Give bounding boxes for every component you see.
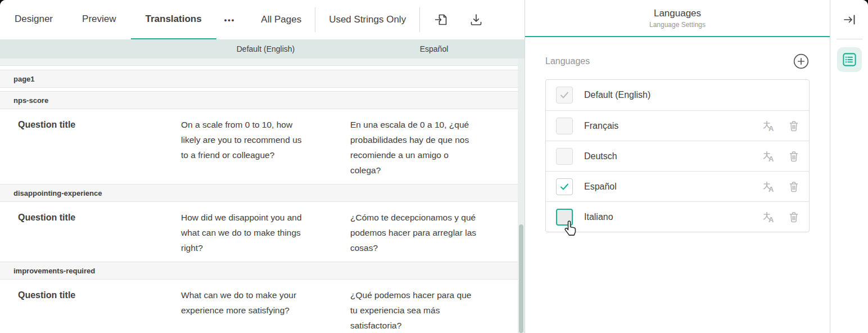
- language-row-actions: A: [763, 150, 800, 163]
- language-name-label: Deutsch: [584, 151, 763, 161]
- spanish-column-header: Español: [350, 44, 518, 53]
- group-header-row: page1: [0, 70, 518, 88]
- trash-icon: [788, 150, 799, 163]
- tab-preview[interactable]: Preview: [67, 0, 130, 39]
- group-header-row: nps-score: [0, 91, 518, 109]
- language-checkbox[interactable]: [556, 148, 573, 165]
- more-tabs-button[interactable]: •••: [216, 0, 243, 39]
- machine-translate-button[interactable]: A: [763, 211, 775, 223]
- group-name: improvements-required: [13, 267, 95, 275]
- import-icon: [434, 12, 449, 27]
- string-name-label: Question title: [0, 210, 181, 255]
- survey-creator-window: Designer Preview Translations ••• All Pa…: [0, 0, 868, 333]
- tab-bar: Designer Preview Translations ••• All Pa…: [0, 0, 525, 39]
- language-list-item: Español A: [546, 171, 809, 201]
- machine-translate-button[interactable]: A: [763, 150, 775, 163]
- panel-title: Languages: [654, 8, 701, 19]
- language-row-actions: A: [763, 120, 800, 132]
- add-language-button[interactable]: [793, 53, 810, 70]
- language-row-actions: A: [763, 211, 800, 223]
- languages-section-label: Languages: [545, 56, 590, 66]
- languages-panel: Languages Language Settings Languages: [525, 0, 830, 333]
- language-row-actions: A: [763, 181, 800, 193]
- language-name-label: Français: [584, 121, 763, 131]
- used-strings-dropdown[interactable]: Used Strings Only: [315, 0, 419, 39]
- string-name-label: Question title: [0, 287, 181, 333]
- delete-language-button[interactable]: [788, 211, 800, 223]
- spanish-translation-cell[interactable]: ¿Qué podemos hacer para que tu experienc…: [350, 287, 478, 333]
- tab-translations[interactable]: Translations: [131, 0, 216, 39]
- trash-icon: [788, 211, 799, 223]
- translation-table: Default (English) Español page1 nps-scor…: [0, 39, 525, 333]
- translation-row: Question title How did we disappoint you…: [0, 202, 518, 262]
- translation-io-toolbar: [429, 0, 489, 39]
- check-icon: [559, 181, 570, 192]
- default-language-column-header: Default (English): [181, 44, 350, 53]
- language-list-item: Italiano A: [546, 201, 809, 232]
- language-list-item: Default (English): [546, 80, 809, 110]
- scrollbar-thumb[interactable]: [519, 224, 523, 333]
- svg-text:A: A: [768, 124, 774, 132]
- toolbar-divider: [419, 7, 420, 32]
- collapse-panel-button[interactable]: [837, 7, 862, 32]
- panel-header: Languages Language Settings: [525, 0, 830, 37]
- panel-body: Languages Default (English): [525, 37, 830, 333]
- delete-language-button[interactable]: [788, 181, 800, 193]
- language-checkbox[interactable]: [556, 118, 573, 134]
- translation-row: Question title What can we do to make yo…: [0, 280, 518, 333]
- trash-icon: [788, 181, 799, 193]
- svg-text:A: A: [768, 155, 774, 163]
- details-list-icon: [842, 52, 857, 67]
- side-toolbar: [830, 0, 868, 333]
- delete-language-button[interactable]: [788, 120, 800, 132]
- svg-text:A: A: [768, 185, 774, 193]
- translation-row: Question title On a scale from 0 to 10, …: [0, 109, 518, 184]
- language-list-item: Deutsch A: [546, 141, 809, 171]
- plus-circle-icon: [793, 53, 809, 69]
- survey-group-strip: [0, 58, 518, 66]
- tab-designer[interactable]: Designer: [0, 0, 67, 39]
- ellipsis-icon: •••: [224, 16, 236, 24]
- languages-section-header: Languages: [545, 53, 810, 70]
- default-translation-cell[interactable]: How did we disappoint you and what can w…: [181, 210, 309, 255]
- machine-translate-button[interactable]: A: [763, 181, 775, 193]
- language-name-label: Default (English): [584, 90, 800, 100]
- group-name: disappointing-experience: [13, 189, 102, 197]
- export-csv-button[interactable]: [464, 7, 489, 32]
- language-checkbox[interactable]: [556, 87, 573, 104]
- language-list-item: Français A: [546, 110, 809, 141]
- language-settings-tool-button[interactable]: [837, 47, 862, 72]
- import-csv-button[interactable]: [429, 7, 454, 32]
- all-pages-dropdown[interactable]: All Pages: [247, 0, 315, 39]
- main-area: Designer Preview Translations ••• All Pa…: [0, 0, 525, 333]
- translation-table-body: page1 nps-score Question title On a scal…: [0, 58, 525, 333]
- machine-translate-button[interactable]: A: [763, 120, 775, 132]
- trash-icon: [788, 120, 799, 132]
- svg-text:A: A: [768, 215, 774, 223]
- group-name: nps-score: [13, 96, 48, 105]
- default-translation-cell[interactable]: On a scale from 0 to 10, how likely are …: [181, 117, 309, 178]
- group-header-row: disappointing-experience: [0, 184, 518, 202]
- language-name-label: Español: [584, 182, 763, 192]
- language-checkbox[interactable]: [556, 178, 573, 195]
- language-list: Default (English) Français A: [545, 79, 810, 232]
- language-checkbox[interactable]: [556, 209, 573, 226]
- table-scrollbar[interactable]: [518, 58, 525, 333]
- mouse-cursor: [562, 219, 579, 237]
- group-name: page1: [13, 75, 35, 83]
- default-translation-cell[interactable]: What can we do to make your experience m…: [181, 287, 309, 333]
- check-icon: [559, 89, 570, 101]
- table-header-row: Default (English) Español: [0, 39, 525, 58]
- translate-icon: A: [763, 211, 775, 223]
- delete-language-button[interactable]: [788, 150, 800, 163]
- string-name-label: Question title: [0, 117, 181, 178]
- group-header-row: improvements-required: [0, 262, 518, 280]
- sidebar-divider: [837, 39, 862, 39]
- download-icon: [469, 12, 483, 27]
- translate-icon: A: [763, 181, 775, 193]
- spanish-translation-cell[interactable]: En una escala de 0 a 10, ¿qué probabilid…: [350, 117, 478, 178]
- panel-subtitle: Language Settings: [649, 21, 706, 29]
- spanish-translation-cell[interactable]: ¿Cómo te decepcionamos y qué podemos hac…: [350, 210, 478, 255]
- translate-icon: A: [763, 120, 775, 132]
- translate-icon: A: [763, 150, 775, 163]
